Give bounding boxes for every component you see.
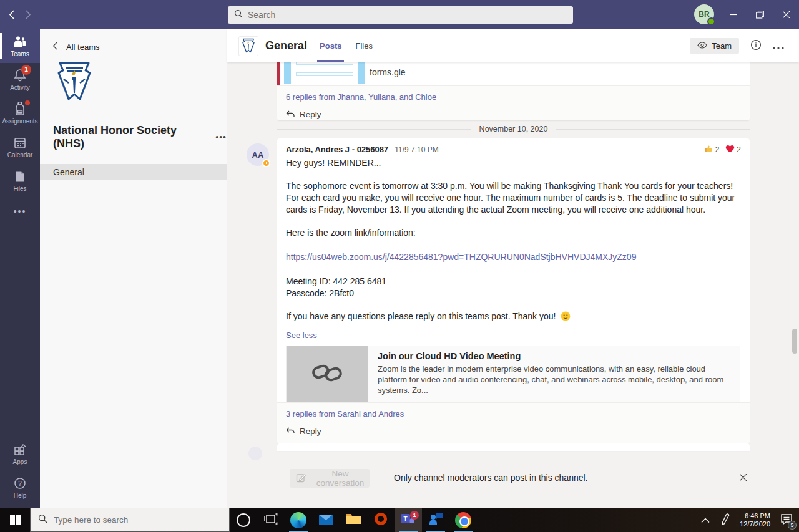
- rail-more-button[interactable]: •••: [0, 198, 40, 225]
- apps-icon: [0, 442, 40, 457]
- assignments-backpack-icon: [0, 102, 40, 117]
- reaction-heart[interactable]: 2: [725, 145, 741, 155]
- all-teams-back[interactable]: All teams: [40, 29, 227, 52]
- rail-item-activity[interactable]: 1 Activity: [0, 63, 40, 97]
- rail-item-label: Calendar: [0, 152, 40, 158]
- eye-icon: [697, 41, 707, 51]
- edge-app[interactable]: [285, 508, 312, 532]
- forward-icon[interactable]: [26, 10, 31, 19]
- taskbar-search-input[interactable]: [54, 515, 210, 525]
- chrome-app[interactable]: [449, 508, 477, 532]
- start-button[interactable]: [0, 508, 30, 532]
- reply-button[interactable]: Reply: [286, 110, 741, 119]
- info-icon[interactable]: [750, 39, 762, 53]
- scrollbar-thumb[interactable]: [792, 329, 797, 354]
- user-avatar[interactable]: BR: [694, 4, 714, 24]
- teams-panel: All teams National Honor Society (NHS) •…: [40, 29, 227, 508]
- reply-arrow-icon: [286, 110, 295, 119]
- message-timestamp: 11/9 7:10 PM: [395, 145, 439, 154]
- forms-card-accent: [277, 62, 280, 85]
- zoom-meeting-link[interactable]: https://us04web.zoom.us/j/4422856481?pwd…: [286, 251, 636, 263]
- chrome-icon: [455, 512, 471, 528]
- new-conversation-label: New conversation: [311, 469, 370, 488]
- notification-count-badge: 5: [788, 521, 797, 530]
- thread-previous: forms.gle 6 replies from Jhanna, Yuliana…: [277, 62, 750, 120]
- message-author[interactable]: Arzola, Andres J - 0256087: [286, 145, 388, 154]
- message-card: Arzola, Andres J - 0256087 11/9 7:10 PM …: [277, 138, 750, 437]
- dismiss-notice-icon[interactable]: [737, 471, 749, 483]
- message-author-avatar[interactable]: AA: [247, 143, 269, 166]
- team-options-button[interactable]: •••: [215, 132, 227, 142]
- message-intro: Hey guys! REMINDER...: [286, 157, 741, 169]
- link-preview-domain: us04web.zoom.us: [378, 401, 730, 402]
- team-button-label: Team: [712, 41, 732, 51]
- file-explorer-app[interactable]: [340, 508, 367, 532]
- message-list: forms.gle 6 replies from Jhanna, Yuliana…: [227, 62, 799, 508]
- close-button[interactable]: [773, 0, 799, 29]
- mail-icon: [318, 512, 334, 528]
- new-conversation-button[interactable]: New conversation: [290, 469, 370, 488]
- activity-bell-icon: [0, 68, 40, 83]
- app-rail: Teams 1 Activity Assignments Calendar Fi…: [0, 29, 40, 508]
- tray-chevron-icon[interactable]: [701, 515, 710, 526]
- channel-title: General: [265, 39, 307, 52]
- action-center-button[interactable]: 5: [780, 513, 793, 527]
- reply-arrow-icon: [286, 427, 295, 436]
- thread-replies-link[interactable]: 6 replies from Jhanna, Yuliana, and Chlo…: [286, 92, 741, 102]
- team-name: National Honor Society (NHS): [53, 124, 208, 150]
- office-app[interactable]: [367, 508, 395, 532]
- activity-badge: 1: [21, 65, 31, 75]
- status-available-icon: [707, 17, 715, 26]
- rail-item-apps[interactable]: Apps: [0, 437, 40, 471]
- rail-item-files[interactable]: Files: [0, 164, 40, 198]
- task-view-button[interactable]: [257, 508, 285, 532]
- search-input[interactable]: [248, 10, 547, 20]
- teams-app[interactable]: T 1: [395, 508, 422, 532]
- status-away-icon: [262, 159, 270, 167]
- reply-button[interactable]: Reply: [286, 427, 741, 436]
- minimize-button[interactable]: [720, 0, 747, 29]
- rail-item-teams[interactable]: Teams: [0, 29, 40, 63]
- team-privacy-button[interactable]: Team: [690, 38, 739, 54]
- office-icon: [374, 512, 388, 528]
- cortana-button[interactable]: [230, 508, 257, 532]
- search-icon: [38, 514, 47, 526]
- forms-thumbnail[interactable]: [284, 62, 365, 84]
- next-message-avatar: [248, 447, 262, 460]
- tab-files[interactable]: Files: [355, 29, 372, 62]
- taskbar-search[interactable]: [30, 508, 230, 532]
- link-preview-card[interactable]: Join our Cloud HD Video Meeting Zoom is …: [286, 346, 740, 402]
- reply-label: Reply: [300, 427, 321, 436]
- edge-icon: [290, 512, 306, 528]
- files-icon: [0, 169, 40, 184]
- forms-link[interactable]: forms.gle: [370, 67, 406, 77]
- restore-button[interactable]: [747, 0, 773, 29]
- reaction-thumbs-up[interactable]: 2: [704, 144, 720, 155]
- channel-item-general[interactable]: General: [40, 164, 227, 180]
- thread-replies-link[interactable]: 3 replies from Sarahi and Andres: [286, 409, 741, 418]
- teams-taskbar-badge: 1: [410, 511, 419, 520]
- channel-label: General: [53, 167, 84, 177]
- mail-app[interactable]: [312, 508, 340, 532]
- chain-link-icon: [311, 360, 343, 388]
- tab-posts[interactable]: Posts: [320, 29, 341, 62]
- nhs-logo: [55, 60, 227, 108]
- help-icon: ?: [0, 476, 40, 491]
- rail-item-label: Help: [0, 492, 40, 499]
- all-teams-label: All teams: [66, 42, 99, 52]
- back-icon[interactable]: [9, 10, 14, 19]
- person-chat-icon: [428, 511, 443, 529]
- search-icon: [234, 9, 243, 21]
- more-options-icon[interactable]: [773, 41, 784, 52]
- global-search[interactable]: [228, 6, 573, 24]
- moderation-notice: Only channel moderators can post in this…: [394, 473, 588, 483]
- see-less-link[interactable]: See less: [286, 331, 741, 340]
- rail-item-assignments[interactable]: Assignments: [0, 97, 40, 130]
- rail-item-calendar[interactable]: Calendar: [0, 130, 40, 164]
- pen-workspace-icon[interactable]: [720, 513, 730, 527]
- taskbar-clock[interactable]: 6:46 PM 12/7/2020: [740, 512, 770, 528]
- svg-text:?: ?: [18, 480, 22, 487]
- rail-item-help[interactable]: ? Help: [0, 471, 40, 508]
- chat-app[interactable]: [422, 508, 449, 532]
- link-preview-thumbnail: [287, 346, 368, 402]
